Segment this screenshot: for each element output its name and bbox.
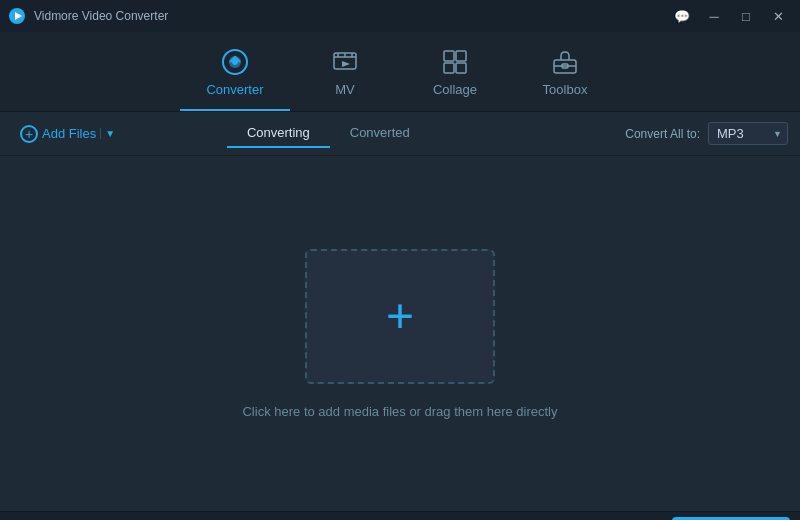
svg-rect-9 bbox=[444, 63, 454, 73]
bottom-bar: Save to: C:\Vidmore\Vidmore Video Conver… bbox=[0, 511, 800, 520]
svg-rect-8 bbox=[456, 51, 466, 61]
format-select[interactable]: MP3 MP4 AVI MOV MKV bbox=[708, 122, 788, 145]
collage-icon bbox=[441, 48, 469, 76]
sub-tabs: Converting Converted bbox=[227, 119, 430, 148]
svg-rect-10 bbox=[456, 63, 466, 73]
toolbox-icon bbox=[551, 48, 579, 76]
drop-hint: Click here to add media files or drag th… bbox=[242, 404, 557, 419]
svg-point-4 bbox=[232, 59, 238, 65]
converter-icon bbox=[221, 48, 249, 76]
close-button[interactable]: ✕ bbox=[764, 6, 792, 26]
drop-plus-icon: + bbox=[386, 292, 414, 340]
tab-toolbox[interactable]: Toolbox bbox=[510, 39, 620, 111]
add-files-button[interactable]: + Add Files ▼ bbox=[12, 121, 123, 147]
sub-tab-converting-label: Converting bbox=[247, 125, 310, 140]
add-files-dropdown-arrow[interactable]: ▼ bbox=[100, 128, 115, 139]
tab-converter-label: Converter bbox=[206, 82, 263, 97]
tab-collage-label: Collage bbox=[433, 82, 477, 97]
app-logo-icon bbox=[8, 7, 26, 25]
mv-icon bbox=[331, 48, 359, 76]
tab-toolbox-label: Toolbox bbox=[543, 82, 588, 97]
nav-tabs: Converter MV Collage Toolbox bbox=[0, 32, 800, 112]
minimize-button[interactable]: ─ bbox=[700, 6, 728, 26]
tab-converter[interactable]: Converter bbox=[180, 39, 290, 111]
drop-zone[interactable]: + bbox=[305, 249, 495, 384]
svg-rect-7 bbox=[444, 51, 454, 61]
tab-collage[interactable]: Collage bbox=[400, 39, 510, 111]
title-bar-left: Vidmore Video Converter bbox=[8, 7, 168, 25]
maximize-button[interactable]: □ bbox=[732, 6, 760, 26]
add-files-label: Add Files bbox=[42, 126, 96, 141]
format-select-wrapper: MP3 MP4 AVI MOV MKV bbox=[708, 122, 788, 145]
svg-marker-6 bbox=[342, 61, 350, 67]
sub-tab-converted[interactable]: Converted bbox=[330, 119, 430, 148]
tab-mv[interactable]: MV bbox=[290, 39, 400, 111]
convert-all-to: Convert All to: MP3 MP4 AVI MOV MKV bbox=[625, 122, 788, 145]
convert-all-button[interactable]: Convert All bbox=[672, 517, 790, 521]
title-bar-controls: 💬 ─ □ ✕ bbox=[668, 6, 792, 26]
sub-tab-converting[interactable]: Converting bbox=[227, 119, 330, 148]
app-title: Vidmore Video Converter bbox=[34, 9, 168, 23]
title-bar: Vidmore Video Converter 💬 ─ □ ✕ bbox=[0, 0, 800, 32]
main-content: + Click here to add media files or drag … bbox=[0, 156, 800, 511]
toolbar: + Add Files ▼ Converting Converted Conve… bbox=[0, 112, 800, 156]
chat-button[interactable]: 💬 bbox=[668, 6, 696, 26]
convert-all-to-label: Convert All to: bbox=[625, 127, 700, 141]
add-files-plus-icon: + bbox=[20, 125, 38, 143]
tab-mv-label: MV bbox=[335, 82, 355, 97]
sub-tab-converted-label: Converted bbox=[350, 125, 410, 140]
